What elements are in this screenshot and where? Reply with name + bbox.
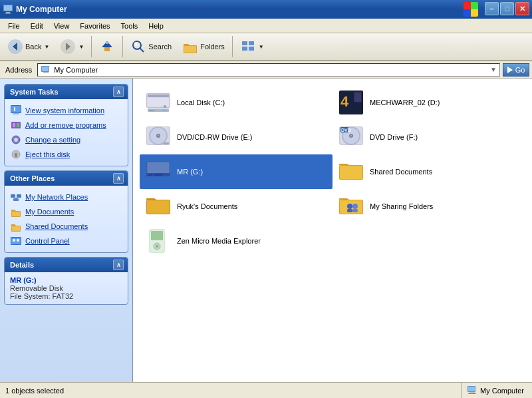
link-eject-disk[interactable]: Eject this disk	[7, 147, 125, 162]
my-docs-icon	[10, 206, 22, 218]
item-mechwarr-d[interactable]: 4 MECHWARR_02 (D:)	[332, 85, 525, 120]
title-bar: My Computer – □ ✕	[0, 0, 532, 19]
back-button[interactable]: Back ▼	[3, 36, 54, 57]
svg-rect-37	[11, 194, 15, 198]
menu-favorites[interactable]: Favorites	[74, 21, 115, 31]
window-controls: – □ ✕	[464, 2, 529, 17]
svg-rect-81	[148, 174, 152, 176]
address-bar: Address My Computer ▼ Go	[0, 61, 532, 79]
svg-rect-17	[249, 41, 254, 45]
link-control-panel[interactable]: Control Panel	[7, 234, 125, 248]
forward-dropdown-arrow[interactable]: ▼	[78, 44, 84, 50]
item-ryuks-docs[interactable]: Ryuk's Documents	[140, 189, 332, 224]
menu-tools[interactable]: Tools	[116, 21, 144, 31]
content-area: Local Disk (C:) 4 MECHWARR_02 (D:)	[133, 79, 532, 382]
system-tasks-title: System Tasks	[10, 88, 59, 96]
other-places-collapse[interactable]: ∧	[113, 173, 124, 184]
system-tasks-content: View system information Add or remove pr…	[5, 99, 128, 166]
folders-label: Folders	[200, 43, 225, 51]
svg-rect-86	[147, 200, 170, 214]
views-dropdown-arrow[interactable]: ▼	[259, 44, 264, 50]
svg-rect-82	[154, 174, 162, 176]
svg-rect-2	[6, 12, 10, 13]
windows-flag	[464, 2, 478, 17]
forward-button[interactable]: ▼	[55, 36, 88, 57]
menu-file[interactable]: File	[3, 21, 25, 31]
details-panel: Details ∧ MR (G:) Removable Disk File Sy…	[4, 257, 128, 305]
mr-g-icon	[145, 158, 172, 185]
other-places-panel: Other Places ∧ My Network Places	[4, 170, 128, 253]
details-title: Details	[10, 261, 34, 269]
link-my-network-places[interactable]: My Network Places	[7, 190, 125, 204]
svg-rect-38	[17, 194, 21, 198]
window-title: My Computer	[16, 5, 464, 14]
folders-icon	[182, 39, 198, 55]
item-mr-g[interactable]: MR (G:)	[140, 154, 332, 189]
link-add-remove-label: Add or remove programs	[25, 121, 106, 129]
item-my-sharing[interactable]: My Sharing Folders	[332, 189, 525, 224]
svg-rect-96	[151, 231, 163, 240]
views-button[interactable]: ▼	[235, 36, 269, 57]
other-places-header[interactable]: Other Places ∧	[5, 171, 128, 186]
link-view-system-info-label: View system information	[25, 106, 104, 114]
item-local-disk-c[interactable]: Local Disk (C:)	[140, 85, 332, 120]
menu-view[interactable]: View	[49, 21, 75, 31]
item-shared-docs[interactable]: Shared Documents	[332, 154, 525, 189]
item-dvd-f[interactable]: DVD DVD Drive (F:)	[332, 120, 525, 154]
svg-text:DVD: DVD	[341, 128, 351, 132]
item-dvdcdrw-e[interactable]: DVD/CD-RW Drive (E:)	[140, 120, 332, 154]
system-tasks-collapse[interactable]: ∧	[113, 87, 124, 97]
back-dropdown-arrow[interactable]: ▼	[44, 44, 49, 50]
svg-rect-56	[162, 110, 166, 111]
status-computer-icon	[467, 385, 477, 396]
details-collapse[interactable]: ∧	[113, 260, 124, 270]
svg-point-89	[347, 204, 352, 209]
address-input[interactable]: My Computer ▼	[37, 63, 500, 77]
svg-rect-102	[468, 393, 476, 394]
close-button[interactable]: ✕	[515, 2, 529, 15]
system-tasks-header[interactable]: System Tasks ∧	[5, 85, 128, 99]
svg-rect-39	[13, 198, 19, 201]
svg-rect-55	[149, 110, 154, 111]
system-info-icon	[10, 104, 22, 116]
go-button[interactable]: Go	[503, 63, 529, 77]
search-label: Search	[148, 43, 172, 51]
svg-rect-16	[242, 41, 247, 45]
dvdcdrw-e-label: DVD/CD-RW Drive (E:)	[177, 133, 252, 141]
svg-rect-92	[352, 209, 358, 212]
link-my-documents[interactable]: My Documents	[7, 204, 125, 219]
svg-rect-1	[4, 5, 12, 11]
item-zen-micro[interactable]: Zen Micro Media Explorer	[140, 224, 332, 258]
my-sharing-icon	[338, 193, 364, 220]
details-content: MR (G:) Removable Disk File System: FAT3…	[5, 272, 128, 304]
link-change-setting[interactable]: Change a setting	[7, 132, 125, 147]
address-dropdown-arrow[interactable]: ▼	[490, 66, 497, 73]
svg-rect-31	[17, 123, 19, 127]
other-places-content: My Network Places My Documents	[5, 186, 128, 252]
svg-rect-10	[106, 41, 108, 44]
svg-point-33	[14, 138, 18, 142]
up-button[interactable]	[94, 36, 120, 57]
svg-rect-8	[104, 47, 110, 51]
details-header[interactable]: Details ∧	[5, 258, 128, 272]
status-left: 1 objects selected	[3, 387, 461, 395]
back-icon	[7, 39, 23, 55]
zen-micro-icon	[145, 228, 172, 254]
minimize-button[interactable]: –	[485, 2, 499, 15]
menu-help[interactable]: Help	[143, 21, 169, 31]
toolbar-separator-2	[122, 36, 123, 57]
svg-point-53	[164, 105, 166, 108]
svg-rect-79	[148, 162, 169, 173]
svg-point-98	[156, 245, 158, 248]
folders-button[interactable]: Folders	[178, 36, 229, 57]
search-button[interactable]: Search	[126, 36, 176, 57]
link-shared-documents[interactable]: Shared Documents	[7, 219, 125, 234]
link-view-system-info[interactable]: View system information	[7, 103, 125, 118]
svg-point-28	[14, 107, 15, 108]
link-add-remove-programs[interactable]: Add or remove programs	[7, 118, 125, 132]
other-places-title: Other Places	[10, 174, 55, 182]
settings-icon	[10, 134, 22, 146]
svg-rect-26	[13, 113, 19, 114]
menu-edit[interactable]: Edit	[25, 21, 49, 31]
maximize-button[interactable]: □	[500, 2, 514, 15]
